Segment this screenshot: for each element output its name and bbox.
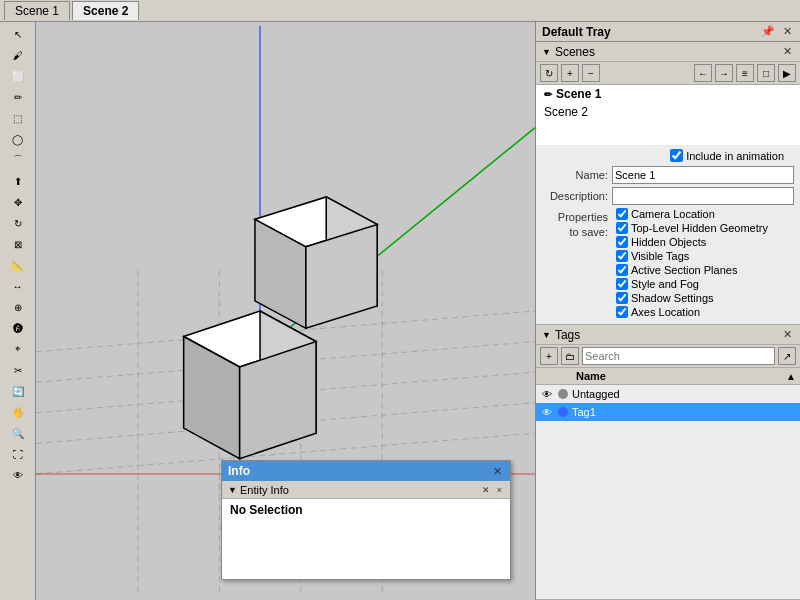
untagged-label: Untagged [572,388,620,400]
select-tool[interactable]: ↖ [2,24,34,44]
section-plane-tool[interactable]: ✂ [2,360,34,380]
paint-tool[interactable]: 🖌 [2,45,34,65]
orbit-tool[interactable]: 🔄 [2,381,34,401]
tags-panel-header[interactable]: ▼ Tags ✕ [536,325,800,345]
camera-location-label: Camera Location [631,208,715,220]
hidden-objects-checkbox[interactable] [616,236,628,248]
tags-folder-btn[interactable]: 🗀 [561,347,579,365]
visible-tags-checkbox[interactable] [616,250,628,262]
active-section-planes-checkbox[interactable] [616,264,628,276]
viewport[interactable]: Info ✕ ▼ Entity Info ✕ × No Selection [36,22,535,600]
hidden-geometry-row: Top-Level Hidden Geometry [612,222,794,234]
properties-label: Propertiesto save: [542,208,612,320]
scene-pencil-icon: ✏ [544,89,552,100]
scene-name-row: Name: [542,166,794,184]
scenes-view-btn[interactable]: □ [757,64,775,82]
scenes-toolbar: ↻ + − ← → ≡ □ ▶ [536,62,800,85]
tags-search-input[interactable] [582,347,775,365]
shadow-settings-label: Shadow Settings [631,292,714,304]
tape-tool[interactable]: 📐 [2,255,34,275]
tag-item-untagged[interactable]: 👁 Untagged [536,385,800,403]
tags-section: ▼ Tags ✕ + 🗀 ↗ Name ▲ [536,325,800,600]
scenes-section: ▼ Scenes ✕ ↻ + − ← → ≡ [536,42,800,325]
scenes-next-btn[interactable]: → [715,64,733,82]
tray-close-btn[interactable]: ✕ [781,25,794,38]
arc-tool[interactable]: ⌒ [2,150,34,170]
tags-export-btn[interactable]: ↗ [778,347,796,365]
scene-description-input[interactable] [612,187,794,205]
style-fog-checkbox[interactable] [616,278,628,290]
entity-info-content: No Selection [222,499,510,579]
entity-info-chevron: ▼ [228,485,237,495]
zoom-extents-tool[interactable]: ⛶ [2,444,34,464]
tags-sort-icon[interactable]: ▲ [786,371,796,382]
tags-add-btn[interactable]: + [540,347,558,365]
scenes-close-btn[interactable]: ✕ [781,45,794,58]
pan-tool[interactable]: 🖐 [2,402,34,422]
tags-name-header: Name [576,370,786,382]
info-panel-close[interactable]: ✕ [491,465,504,478]
entity-info-header: ▼ Entity Info ✕ × [222,481,510,499]
walkthrough-tool[interactable]: 👁 [2,465,34,485]
pencil-tool[interactable]: ✏ [2,87,34,107]
scenes-list-btn[interactable]: ≡ [736,64,754,82]
scenes-refresh-btn[interactable]: ↻ [540,64,558,82]
tab-scene1[interactable]: Scene 1 [4,1,70,20]
axes-tool[interactable]: ⌖ [2,339,34,359]
scene-1-label: Scene 1 [556,87,601,101]
camera-location-checkbox[interactable] [616,208,628,220]
scenes-chevron: ▼ [542,47,551,57]
tags-list-header: Name ▲ [536,368,800,385]
tag-item-tag1[interactable]: 👁 Tag1 [536,403,800,421]
scene-item-2[interactable]: Scene 2 [536,103,800,121]
visible-tags-label: Visible Tags [631,250,689,262]
include-animation-checkbox[interactable] [670,149,683,162]
scenes-play-btn[interactable]: ▶ [778,64,796,82]
tags-title: Tags [555,328,580,342]
tray-controls: 📌 ✕ [759,25,794,38]
active-section-planes-row: Active Section Planes [612,264,794,276]
properties-to-save: Propertiesto save: Camera Location Top-L… [542,208,794,320]
hidden-geometry-checkbox[interactable] [616,222,628,234]
hidden-objects-label: Hidden Objects [631,236,706,248]
zoom-tool[interactable]: 🔍 [2,423,34,443]
untagged-eye-icon[interactable]: 👁 [540,387,554,401]
tray-header: Default Tray 📌 ✕ [536,22,800,42]
scenes-panel-header[interactable]: ▼ Scenes ✕ [536,42,800,62]
rectangle-tool[interactable]: ⬚ [2,108,34,128]
text-tool[interactable]: 🅐 [2,318,34,338]
move-tool[interactable]: ✥ [2,192,34,212]
scene-properties: Include in animation Name: Description: [536,145,800,324]
protractor-tool[interactable]: ⊕ [2,297,34,317]
entity-info-minimize[interactable]: ✕ [480,485,492,495]
scenes-prev-btn[interactable]: ← [694,64,712,82]
info-panel-title: Info [228,464,250,478]
circle-tool[interactable]: ◯ [2,129,34,149]
tag1-eye-icon[interactable]: 👁 [540,405,554,419]
tag1-color-dot [558,407,568,417]
tab-scene2[interactable]: Scene 2 [72,1,139,20]
info-panel-header: Info ✕ [222,461,510,481]
shadow-settings-checkbox[interactable] [616,292,628,304]
no-selection-text: No Selection [230,503,303,517]
push-pull-tool[interactable]: ⬆ [2,171,34,191]
tags-close-btn[interactable]: ✕ [781,328,794,341]
shadow-settings-row: Shadow Settings [612,292,794,304]
include-animation-label: Include in animation [686,150,784,162]
scale-tool[interactable]: ⊠ [2,234,34,254]
dimension-tool[interactable]: ↔ [2,276,34,296]
scenes-remove-btn[interactable]: − [582,64,600,82]
scene-description-row: Description: [542,187,794,205]
eraser-tool[interactable]: ⬜ [2,66,34,86]
name-label: Name: [542,169,612,181]
axes-location-row: Axes Location [612,306,794,318]
scenes-add-btn[interactable]: + [561,64,579,82]
entity-info-close[interactable]: × [495,485,504,495]
tray-pin-btn[interactable]: 📌 [759,25,777,38]
rotate-tool[interactable]: ↻ [2,213,34,233]
description-label: Description: [542,190,612,202]
axes-location-checkbox[interactable] [616,306,628,318]
style-fog-row: Style and Fog [612,278,794,290]
scene-name-input[interactable] [612,166,794,184]
scene-item-1[interactable]: ✏ Scene 1 [536,85,800,103]
